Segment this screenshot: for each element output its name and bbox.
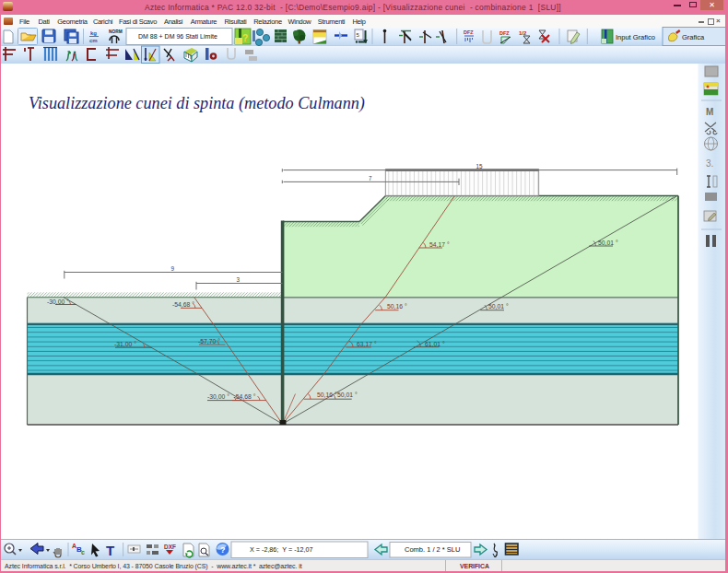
svg-text:-54,68 °: -54,68 °: [234, 393, 256, 400]
svg-text:-31,00 °: -31,00 °: [114, 341, 136, 347]
svg-text:?: ?: [220, 545, 226, 555]
svg-text:7: 7: [369, 175, 372, 181]
svg-text:c: c: [81, 549, 85, 555]
svg-text:DXF: DXF: [164, 544, 176, 550]
svg-text:50,01 °: 50,01 °: [598, 240, 618, 246]
svg-text:-57,70 °: -57,70 °: [198, 338, 220, 345]
svg-text:-54,68 °: -54,68 °: [172, 301, 194, 308]
svg-text:54,17 °: 54,17 °: [429, 241, 450, 248]
svg-text:50,16 °: 50,16 °: [387, 303, 407, 310]
svg-text:61,01 °: 61,01 °: [425, 341, 445, 347]
svg-text:M: M: [706, 107, 713, 117]
svg-text:3: 3: [237, 276, 241, 283]
svg-text:-30,00 °: -30,00 °: [207, 393, 229, 400]
svg-text:9: 9: [171, 265, 175, 272]
svg-text:15: 15: [476, 163, 484, 170]
svg-text:50,01 °: 50,01 °: [337, 392, 358, 398]
svg-text:50,01 °: 50,01 °: [488, 303, 509, 310]
svg-text:50,16 °: 50,16 °: [317, 392, 337, 398]
svg-text:T: T: [106, 543, 114, 558]
svg-text:3.: 3.: [706, 158, 713, 169]
svg-text:X = -2,86; Y = -12,07: X = -2,86; Y = -12,07: [250, 545, 313, 554]
svg-text:-30,00 °: -30,00 °: [47, 298, 69, 305]
svg-text:Comb. 1 / 2 * SLU: Comb. 1 / 2 * SLU: [405, 545, 460, 554]
svg-text:63,17 °: 63,17 °: [357, 341, 377, 347]
